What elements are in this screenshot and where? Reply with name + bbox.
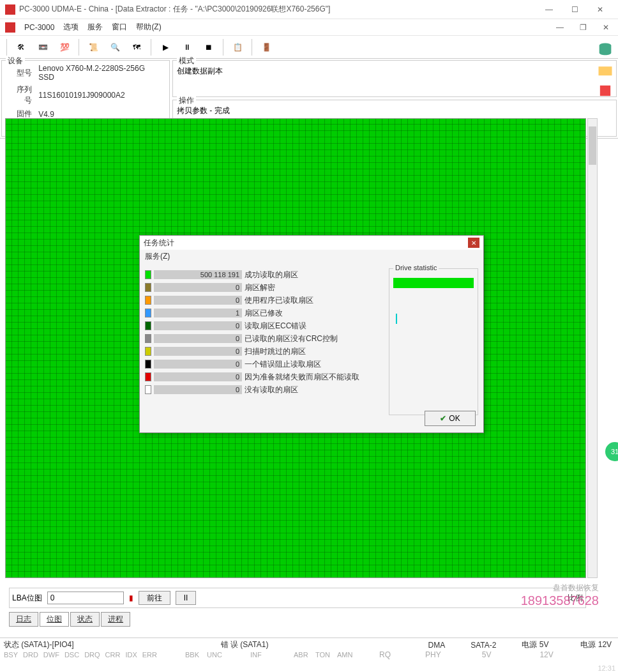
stat-label: 使用程序已读取扇区 — [245, 295, 313, 306]
lba-bar: LBA位图 ▮ 前往 II 比例 — [9, 588, 586, 608]
tab-log[interactable]: 日志 — [9, 612, 38, 627]
stat-bar: 0 — [154, 334, 242, 343]
play-icon[interactable]: ▶ — [155, 38, 176, 57]
stat-row: 500 118 191成功读取的扇区 — [145, 268, 384, 281]
mdi-close-button[interactable]: ✕ — [599, 22, 613, 33]
dialog-close-button[interactable]: ✕ — [468, 238, 479, 248]
lba-label: LBA位图 — [12, 593, 42, 604]
status-flag: DRD — [23, 651, 38, 659]
mdi-restore-button[interactable]: ❐ — [576, 22, 590, 33]
stat-list: 500 118 191成功读取的扇区0扇区解密0使用程序已读取扇区1扇区已修改0… — [145, 268, 384, 415]
stat-bar: 0 — [154, 296, 242, 305]
error-flag: INF — [250, 651, 267, 659]
stat-label: 扇区解密 — [245, 282, 275, 293]
color-swatch — [145, 334, 151, 343]
ok-button[interactable]: ✔OK — [425, 411, 476, 426]
error-flag: ABR — [294, 651, 310, 659]
pause-icon[interactable]: ⏸ — [177, 38, 197, 57]
script-icon[interactable]: 📜 — [83, 38, 103, 57]
marker-icon[interactable]: ▮ — [129, 593, 133, 602]
menu-services[interactable]: 服务 — [87, 22, 103, 33]
app-name: PC-3000 — [24, 23, 54, 32]
copy-icon[interactable]: 📋 — [227, 38, 248, 57]
tools-icon[interactable]: 🛠 — [11, 38, 31, 57]
stat-label: 扫描时跳过的扇区 — [245, 346, 306, 357]
stat-label: 扇区已修改 — [245, 308, 283, 319]
folder-icon[interactable] — [596, 61, 614, 79]
stat-bar: 0 — [154, 385, 242, 394]
color-swatch — [145, 321, 151, 330]
delete-icon[interactable] — [596, 82, 614, 100]
close-button[interactable]: ✕ — [587, 1, 613, 19]
map-icon[interactable]: 🗺 — [126, 38, 147, 57]
stat-row: 0一个错误阻止读取扇区 — [145, 358, 384, 370]
status-flag: DRQ — [84, 651, 100, 659]
stat-bar: 1 — [154, 309, 242, 317]
tape-icon[interactable]: 📼 — [33, 38, 53, 57]
toolbar: 🛠 📼 💯 📜 🔍 🗺 ▶ ⏸ ⏹ 📋 🚪 — [0, 36, 618, 59]
window-title: PC-3000 UDMA-E - China - [Data Extractor… — [19, 4, 536, 15]
maximize-button[interactable]: ☐ — [562, 1, 587, 19]
dialog-title: 任务统计 — [144, 238, 468, 248]
color-swatch — [145, 347, 151, 356]
stat-row: 0已读取的扇区没有CRC控制 — [145, 332, 384, 345]
status-flag: DWF — [43, 651, 59, 659]
mode-panel: 模式 创建数据副本 — [172, 60, 617, 97]
stat-bar: 0 — [154, 283, 242, 292]
status-flag: BSY — [4, 651, 18, 659]
stat-row: 0读取扇区ECC错误 — [145, 319, 384, 332]
tab-process[interactable]: 进程 — [101, 612, 130, 627]
floating-badge[interactable]: 31 — [605, 442, 618, 461]
stop-icon[interactable]: ⏹ — [199, 38, 219, 57]
stat-bar: 0 — [154, 347, 242, 356]
status-flag: CRR — [105, 651, 121, 659]
status-flag: ERR — [142, 651, 157, 659]
stat-label: 读取扇区ECC错误 — [245, 321, 306, 332]
color-swatch — [145, 360, 151, 369]
menu-help[interactable]: 帮助(Z) — [136, 22, 161, 33]
mdi-minimize-button[interactable]: — — [553, 22, 567, 33]
stat-row: 0因为准备就绪失败而扇区不能读取 — [145, 370, 384, 383]
svg-rect-1 — [599, 66, 612, 75]
color-swatch — [145, 309, 151, 317]
stat-label: 没有读取的扇区 — [245, 385, 298, 395]
app-icon — [5, 4, 15, 15]
color-swatch — [145, 372, 151, 381]
svg-rect-2 — [600, 86, 610, 96]
lba-input[interactable] — [47, 592, 124, 604]
status-bar: 状态 (SATA1)-[PIO4] 错 误 (SATA1) DMA SATA-2… — [0, 638, 618, 661]
clock: 12:31 — [598, 664, 615, 672]
stat-row: 0扇区解密 — [145, 281, 384, 294]
stat-label: 因为准备就绪失败而扇区不能读取 — [245, 372, 359, 383]
binoculars-icon[interactable]: 🔍 — [105, 38, 125, 57]
status-flag: IDX — [125, 651, 137, 659]
exit-icon[interactable]: 🚪 — [256, 38, 276, 57]
task-stats-dialog: 任务统计 ✕ 服务(Z) 500 118 191成功读取的扇区0扇区解密0使用程… — [139, 235, 484, 433]
color-swatch — [145, 385, 151, 394]
tab-bitmap[interactable]: 位图 — [40, 612, 69, 627]
stat-row: 0没有读取的扇区 — [145, 383, 384, 396]
status-flag: DSC — [64, 651, 79, 659]
color-swatch — [145, 283, 151, 292]
stat-row: 1扇区已修改 — [145, 307, 384, 319]
pause-button[interactable]: II — [176, 591, 197, 605]
dialog-menu-services[interactable]: 服务(Z) — [140, 250, 483, 263]
color-swatch — [145, 270, 151, 279]
watermark: 盘首数据恢复 18913587628 — [521, 583, 599, 608]
color-swatch — [145, 296, 151, 305]
tab-status[interactable]: 状态 — [70, 612, 100, 627]
db-icon[interactable] — [596, 41, 614, 59]
stat-bar: 0 — [154, 372, 242, 381]
go-button[interactable]: 前往 — [139, 591, 170, 605]
error-flag: TON — [315, 651, 332, 659]
drive-statistic-panel: Drive statistic — [389, 268, 478, 415]
percent-icon[interactable]: 💯 — [54, 38, 75, 57]
map-scrollbar[interactable] — [587, 118, 598, 578]
stat-bar: 500 118 191 — [154, 270, 242, 279]
menu-options[interactable]: 选项 — [63, 22, 79, 33]
minimize-button[interactable]: — — [536, 1, 562, 19]
menu-window[interactable]: 窗口 — [112, 22, 127, 33]
check-icon: ✔ — [440, 414, 446, 423]
error-flag — [272, 651, 289, 659]
stat-row: 0扫描时跳过的扇区 — [145, 345, 384, 358]
